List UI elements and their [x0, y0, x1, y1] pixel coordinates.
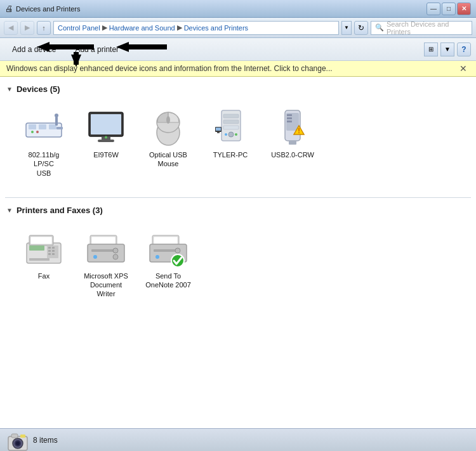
- printers-section-title: Printers and Faxes (3): [17, 206, 103, 215]
- printer-onenote-icon: [148, 228, 188, 269]
- device-pc-label: TYLER-PC: [213, 150, 248, 159]
- svg-rect-44: [48, 247, 51, 249]
- svg-point-63: [175, 248, 180, 253]
- breadcrumb-devices[interactable]: Devices and Printers: [184, 24, 249, 32]
- svg-rect-53: [91, 237, 116, 244]
- minimize-button[interactable]: —: [426, 3, 440, 15]
- back-icon: ◀: [8, 23, 13, 32]
- refresh-icon: ↻: [358, 23, 364, 32]
- svg-point-65: [155, 255, 159, 259]
- svg-rect-54: [88, 244, 124, 262]
- view-dropdown-button[interactable]: ▼: [440, 42, 454, 56]
- breadcrumb-control-panel[interactable]: Control Panel: [58, 24, 100, 32]
- svg-rect-35: [287, 117, 292, 119]
- device-usb[interactable]: ! USB2.0-CRW: [264, 103, 321, 182]
- svg-point-57: [113, 254, 118, 259]
- refresh-button[interactable]: ↻: [354, 21, 368, 35]
- window-icon: 🖨: [5, 4, 13, 13]
- svg-point-58: [93, 255, 97, 259]
- device-pc[interactable]: TYLER-PC: [202, 103, 259, 182]
- title-bar: 🖨 Devices and Printers — □ ✕: [0, 0, 476, 18]
- up-icon: ↑: [42, 24, 46, 32]
- svg-rect-48: [48, 253, 51, 255]
- pc-svg: [214, 108, 247, 147]
- address-bar: ◀ ▶ ↑ Control Panel ▶ Hardware and Sound…: [0, 18, 476, 38]
- view-icon: ⊞: [428, 46, 433, 53]
- devices-grid: 802.11b/g LP/SCUSB: [5, 100, 471, 192]
- add-device-button[interactable]: Add a device: [5, 41, 63, 58]
- add-device-label: Add a device: [12, 45, 56, 54]
- back-button[interactable]: ◀: [4, 21, 18, 35]
- svg-rect-14: [91, 114, 121, 134]
- add-printer-label: Add a printer: [75, 45, 119, 54]
- status-camera-icon: [6, 430, 27, 450]
- svg-rect-45: [52, 247, 55, 249]
- device-monitor-icon: [86, 107, 126, 148]
- devices-section-header[interactable]: ▼ Devices (5): [5, 82, 471, 96]
- search-box[interactable]: 🔍 Search Devices and Printers: [371, 21, 472, 35]
- printer-xps[interactable]: Microsoft XPSDocument Writer: [77, 224, 135, 303]
- device-pc-icon: [210, 107, 251, 148]
- maximize-button[interactable]: □: [442, 3, 456, 15]
- devices-separator: [5, 197, 471, 198]
- info-message[interactable]: Windows can display enhanced device icon…: [6, 64, 333, 73]
- svg-rect-55: [91, 249, 116, 252]
- printer-fax[interactable]: Fax: [15, 224, 72, 303]
- svg-rect-39: [289, 141, 296, 145]
- window-title: Devices and Printers: [16, 5, 81, 13]
- breadcrumb-sep-1: ▶: [102, 23, 107, 32]
- printer-svg: [86, 230, 126, 267]
- breadcrumb-dropdown-button[interactable]: ▼: [341, 21, 352, 35]
- svg-point-11: [31, 131, 34, 133]
- device-wifi[interactable]: 802.11b/g LP/SCUSB: [15, 103, 72, 182]
- view-options-button[interactable]: ⊞: [424, 42, 438, 56]
- printer-xps-label: Microsoft XPSDocument Writer: [82, 271, 130, 299]
- svg-rect-42: [30, 237, 52, 244]
- svg-rect-49: [52, 253, 55, 255]
- device-mouse-icon: [148, 107, 188, 148]
- info-close-button[interactable]: ✕: [457, 63, 470, 74]
- svg-point-70: [16, 441, 20, 445]
- svg-rect-60: [154, 237, 178, 244]
- svg-rect-72: [20, 435, 25, 438]
- breadcrumb-sep-2: ▶: [177, 23, 182, 32]
- svg-point-56: [113, 248, 118, 253]
- device-mouse[interactable]: Optical USBMouse: [140, 103, 197, 182]
- up-button[interactable]: ↑: [37, 21, 51, 35]
- svg-point-17: [105, 136, 107, 139]
- svg-point-27: [225, 133, 227, 136]
- breadcrumb-hardware[interactable]: Hardware and Sound: [109, 24, 175, 32]
- device-wifi-label: 802.11b/g LP/SCUSB: [20, 150, 68, 178]
- printer-onenote[interactable]: Send ToOneNote 2007: [140, 224, 197, 303]
- svg-rect-31: [217, 132, 220, 133]
- add-printer-button[interactable]: Add a printer: [68, 41, 126, 58]
- mouse-svg: [154, 108, 182, 147]
- printer-fax-icon: [23, 228, 64, 269]
- svg-point-28: [235, 133, 237, 136]
- fax-svg: [24, 230, 63, 267]
- forward-icon: ▶: [25, 23, 30, 32]
- main-area: ▼ Devices (5): [0, 77, 476, 426]
- printers-section-header[interactable]: ▼ Printers and Faxes (3): [5, 203, 471, 218]
- view-dropdown-icon: ▼: [444, 46, 451, 53]
- help-button[interactable]: ?: [457, 42, 471, 56]
- svg-rect-6: [39, 124, 46, 129]
- printer-xps-icon: [86, 228, 126, 269]
- device-wifi-icon: [23, 107, 64, 148]
- svg-rect-23: [223, 114, 239, 118]
- printer-onenote-label: Send ToOneNote 2007: [145, 271, 191, 290]
- svg-rect-25: [223, 126, 239, 129]
- svg-rect-5: [29, 124, 36, 129]
- device-monitor[interactable]: EI9T6W: [77, 103, 135, 182]
- title-bar-controls: — □ ✕: [426, 3, 471, 15]
- printer-fax-label: Fax: [38, 271, 50, 280]
- svg-rect-47: [52, 250, 55, 252]
- close-button[interactable]: ✕: [457, 3, 471, 15]
- devices-expand-icon: ▼: [6, 86, 13, 93]
- forward-button[interactable]: ▶: [20, 21, 34, 35]
- device-mouse-label: Optical USBMouse: [149, 150, 187, 169]
- svg-point-12: [36, 131, 39, 133]
- printer-check-svg: [149, 230, 188, 267]
- toolbar-right: ⊞ ▼ ?: [424, 42, 471, 56]
- monitor-svg: [88, 111, 124, 144]
